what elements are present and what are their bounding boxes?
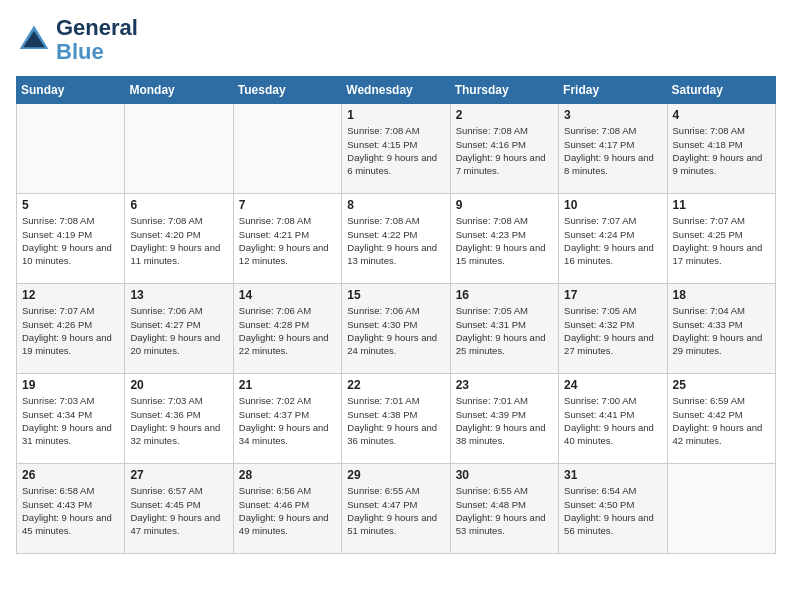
day-info: Sunrise: 7:05 AM Sunset: 4:32 PM Dayligh…: [564, 304, 661, 357]
day-info: Sunrise: 7:03 AM Sunset: 4:34 PM Dayligh…: [22, 394, 119, 447]
calendar-cell: 3Sunrise: 7:08 AM Sunset: 4:17 PM Daylig…: [559, 104, 667, 194]
calendar-cell: 18Sunrise: 7:04 AM Sunset: 4:33 PM Dayli…: [667, 284, 775, 374]
day-number: 2: [456, 108, 553, 122]
calendar-cell: 16Sunrise: 7:05 AM Sunset: 4:31 PM Dayli…: [450, 284, 558, 374]
day-info: Sunrise: 6:54 AM Sunset: 4:50 PM Dayligh…: [564, 484, 661, 537]
day-number: 18: [673, 288, 770, 302]
calendar-cell: 14Sunrise: 7:06 AM Sunset: 4:28 PM Dayli…: [233, 284, 341, 374]
day-number: 22: [347, 378, 444, 392]
calendar-week-row: 1Sunrise: 7:08 AM Sunset: 4:15 PM Daylig…: [17, 104, 776, 194]
day-info: Sunrise: 7:06 AM Sunset: 4:28 PM Dayligh…: [239, 304, 336, 357]
day-number: 13: [130, 288, 227, 302]
day-info: Sunrise: 7:08 AM Sunset: 4:22 PM Dayligh…: [347, 214, 444, 267]
calendar-cell: 19Sunrise: 7:03 AM Sunset: 4:34 PM Dayli…: [17, 374, 125, 464]
calendar-cell: 20Sunrise: 7:03 AM Sunset: 4:36 PM Dayli…: [125, 374, 233, 464]
logo-text: GeneralBlue: [56, 16, 138, 64]
logo-icon: [16, 22, 52, 58]
day-number: 10: [564, 198, 661, 212]
day-number: 17: [564, 288, 661, 302]
calendar-cell: 30Sunrise: 6:55 AM Sunset: 4:48 PM Dayli…: [450, 464, 558, 554]
calendar-cell: 2Sunrise: 7:08 AM Sunset: 4:16 PM Daylig…: [450, 104, 558, 194]
day-number: 20: [130, 378, 227, 392]
day-info: Sunrise: 7:02 AM Sunset: 4:37 PM Dayligh…: [239, 394, 336, 447]
day-info: Sunrise: 6:57 AM Sunset: 4:45 PM Dayligh…: [130, 484, 227, 537]
calendar-cell: 28Sunrise: 6:56 AM Sunset: 4:46 PM Dayli…: [233, 464, 341, 554]
day-number: 1: [347, 108, 444, 122]
day-number: 9: [456, 198, 553, 212]
day-info: Sunrise: 7:08 AM Sunset: 4:19 PM Dayligh…: [22, 214, 119, 267]
day-number: 24: [564, 378, 661, 392]
calendar-header: SundayMondayTuesdayWednesdayThursdayFrid…: [17, 77, 776, 104]
day-number: 12: [22, 288, 119, 302]
calendar-cell: 1Sunrise: 7:08 AM Sunset: 4:15 PM Daylig…: [342, 104, 450, 194]
weekday-header: Tuesday: [233, 77, 341, 104]
day-number: 7: [239, 198, 336, 212]
calendar-cell: [17, 104, 125, 194]
calendar-cell: 9Sunrise: 7:08 AM Sunset: 4:23 PM Daylig…: [450, 194, 558, 284]
day-number: 27: [130, 468, 227, 482]
day-number: 11: [673, 198, 770, 212]
day-info: Sunrise: 7:08 AM Sunset: 4:17 PM Dayligh…: [564, 124, 661, 177]
day-number: 5: [22, 198, 119, 212]
day-info: Sunrise: 7:01 AM Sunset: 4:39 PM Dayligh…: [456, 394, 553, 447]
day-number: 4: [673, 108, 770, 122]
day-info: Sunrise: 7:08 AM Sunset: 4:18 PM Dayligh…: [673, 124, 770, 177]
day-info: Sunrise: 6:59 AM Sunset: 4:42 PM Dayligh…: [673, 394, 770, 447]
calendar-cell: 27Sunrise: 6:57 AM Sunset: 4:45 PM Dayli…: [125, 464, 233, 554]
day-info: Sunrise: 7:01 AM Sunset: 4:38 PM Dayligh…: [347, 394, 444, 447]
day-number: 19: [22, 378, 119, 392]
calendar-cell: 21Sunrise: 7:02 AM Sunset: 4:37 PM Dayli…: [233, 374, 341, 464]
calendar-cell: [125, 104, 233, 194]
day-info: Sunrise: 7:07 AM Sunset: 4:24 PM Dayligh…: [564, 214, 661, 267]
calendar-cell: 22Sunrise: 7:01 AM Sunset: 4:38 PM Dayli…: [342, 374, 450, 464]
calendar-cell: 11Sunrise: 7:07 AM Sunset: 4:25 PM Dayli…: [667, 194, 775, 284]
day-info: Sunrise: 7:03 AM Sunset: 4:36 PM Dayligh…: [130, 394, 227, 447]
weekday-header: Wednesday: [342, 77, 450, 104]
calendar-cell: 17Sunrise: 7:05 AM Sunset: 4:32 PM Dayli…: [559, 284, 667, 374]
day-info: Sunrise: 7:08 AM Sunset: 4:20 PM Dayligh…: [130, 214, 227, 267]
day-number: 28: [239, 468, 336, 482]
day-number: 15: [347, 288, 444, 302]
calendar-cell: 12Sunrise: 7:07 AM Sunset: 4:26 PM Dayli…: [17, 284, 125, 374]
day-info: Sunrise: 7:08 AM Sunset: 4:15 PM Dayligh…: [347, 124, 444, 177]
calendar-cell: 29Sunrise: 6:55 AM Sunset: 4:47 PM Dayli…: [342, 464, 450, 554]
calendar-cell: 24Sunrise: 7:00 AM Sunset: 4:41 PM Dayli…: [559, 374, 667, 464]
day-number: 8: [347, 198, 444, 212]
day-info: Sunrise: 6:55 AM Sunset: 4:47 PM Dayligh…: [347, 484, 444, 537]
day-info: Sunrise: 7:07 AM Sunset: 4:26 PM Dayligh…: [22, 304, 119, 357]
calendar-cell: 23Sunrise: 7:01 AM Sunset: 4:39 PM Dayli…: [450, 374, 558, 464]
calendar-cell: 8Sunrise: 7:08 AM Sunset: 4:22 PM Daylig…: [342, 194, 450, 284]
calendar-cell: 26Sunrise: 6:58 AM Sunset: 4:43 PM Dayli…: [17, 464, 125, 554]
day-info: Sunrise: 6:56 AM Sunset: 4:46 PM Dayligh…: [239, 484, 336, 537]
calendar-cell: 13Sunrise: 7:06 AM Sunset: 4:27 PM Dayli…: [125, 284, 233, 374]
day-info: Sunrise: 7:05 AM Sunset: 4:31 PM Dayligh…: [456, 304, 553, 357]
day-info: Sunrise: 6:58 AM Sunset: 4:43 PM Dayligh…: [22, 484, 119, 537]
calendar-cell: 6Sunrise: 7:08 AM Sunset: 4:20 PM Daylig…: [125, 194, 233, 284]
weekday-header: Monday: [125, 77, 233, 104]
calendar-cell: 4Sunrise: 7:08 AM Sunset: 4:18 PM Daylig…: [667, 104, 775, 194]
day-number: 25: [673, 378, 770, 392]
day-number: 21: [239, 378, 336, 392]
day-info: Sunrise: 7:00 AM Sunset: 4:41 PM Dayligh…: [564, 394, 661, 447]
weekday-header: Friday: [559, 77, 667, 104]
day-info: Sunrise: 7:08 AM Sunset: 4:21 PM Dayligh…: [239, 214, 336, 267]
calendar-cell: 25Sunrise: 6:59 AM Sunset: 4:42 PM Dayli…: [667, 374, 775, 464]
calendar-week-row: 12Sunrise: 7:07 AM Sunset: 4:26 PM Dayli…: [17, 284, 776, 374]
day-info: Sunrise: 7:08 AM Sunset: 4:16 PM Dayligh…: [456, 124, 553, 177]
calendar-cell: 5Sunrise: 7:08 AM Sunset: 4:19 PM Daylig…: [17, 194, 125, 284]
calendar-cell: 31Sunrise: 6:54 AM Sunset: 4:50 PM Dayli…: [559, 464, 667, 554]
calendar-week-row: 5Sunrise: 7:08 AM Sunset: 4:19 PM Daylig…: [17, 194, 776, 284]
day-info: Sunrise: 7:04 AM Sunset: 4:33 PM Dayligh…: [673, 304, 770, 357]
calendar-table: SundayMondayTuesdayWednesdayThursdayFrid…: [16, 76, 776, 554]
day-number: 16: [456, 288, 553, 302]
day-info: Sunrise: 7:06 AM Sunset: 4:27 PM Dayligh…: [130, 304, 227, 357]
day-info: Sunrise: 7:07 AM Sunset: 4:25 PM Dayligh…: [673, 214, 770, 267]
day-number: 3: [564, 108, 661, 122]
day-number: 23: [456, 378, 553, 392]
day-number: 26: [22, 468, 119, 482]
day-info: Sunrise: 7:06 AM Sunset: 4:30 PM Dayligh…: [347, 304, 444, 357]
calendar-cell: [233, 104, 341, 194]
calendar-cell: 15Sunrise: 7:06 AM Sunset: 4:30 PM Dayli…: [342, 284, 450, 374]
calendar-cell: [667, 464, 775, 554]
page-header: GeneralBlue: [16, 16, 776, 64]
